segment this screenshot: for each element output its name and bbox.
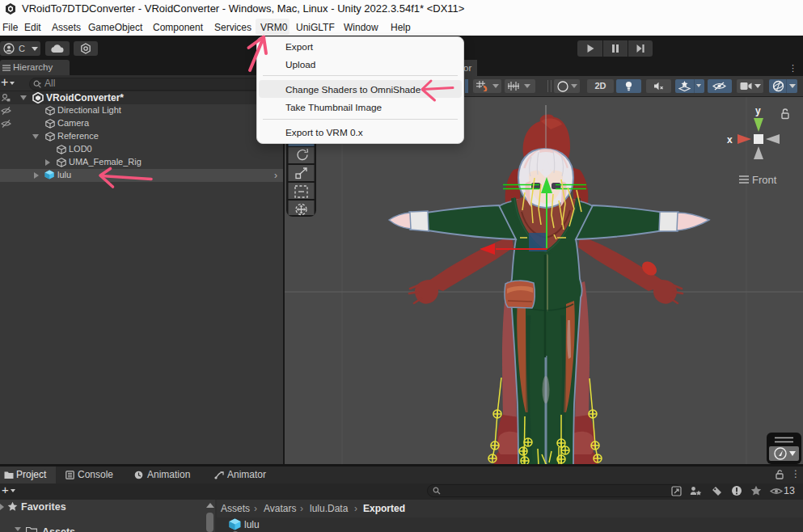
svg-text:y: y bbox=[755, 105, 761, 116]
svg-text:Front: Front bbox=[752, 174, 777, 186]
svg-text:x: x bbox=[727, 134, 733, 146]
